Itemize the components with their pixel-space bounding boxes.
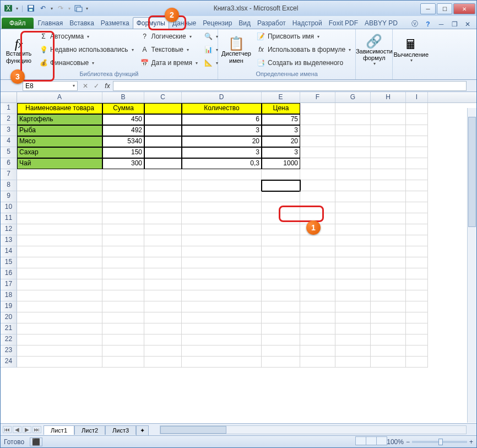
cell[interactable]: Цена <box>262 103 300 114</box>
cell[interactable] <box>144 169 182 180</box>
cell[interactable] <box>335 346 371 357</box>
cell[interactable] <box>371 235 406 246</box>
cell[interactable]: 1000 <box>262 158 300 169</box>
cell[interactable] <box>144 323 182 334</box>
cell[interactable] <box>262 268 300 279</box>
cell[interactable] <box>17 268 102 279</box>
cell[interactable] <box>371 213 406 224</box>
cell[interactable] <box>144 257 182 268</box>
cell[interactable] <box>300 158 335 169</box>
cell[interactable]: 300 <box>102 158 144 169</box>
cell[interactable] <box>406 246 428 257</box>
cell[interactable] <box>300 279 335 290</box>
doc-close-icon[interactable]: ✕ <box>463 20 472 28</box>
cell[interactable] <box>102 357 144 368</box>
cell[interactable] <box>102 169 144 180</box>
cell[interactable] <box>262 279 300 290</box>
cell[interactable] <box>335 279 371 290</box>
cell[interactable]: Сахар <box>17 147 102 158</box>
row-header[interactable]: 7 <box>1 169 17 180</box>
cell[interactable] <box>335 114 371 125</box>
cell[interactable] <box>17 235 102 246</box>
cell[interactable] <box>300 114 335 125</box>
cell[interactable] <box>371 125 406 136</box>
cell[interactable] <box>17 180 102 191</box>
cell[interactable] <box>17 202 102 213</box>
row-header[interactable]: 14 <box>1 246 17 257</box>
cell[interactable] <box>371 357 406 368</box>
cell[interactable] <box>102 323 144 334</box>
cell[interactable]: 75 <box>262 114 300 125</box>
cell[interactable] <box>262 180 300 191</box>
sheet-nav-prev-icon[interactable]: ◀ <box>13 426 21 433</box>
row-header[interactable]: 2 <box>1 114 17 125</box>
cell[interactable] <box>371 147 406 158</box>
recent-button[interactable]: 💡Недавно использовались▾ <box>37 44 136 56</box>
tab-foxit[interactable]: Foxit PDF <box>326 18 361 29</box>
cell[interactable] <box>102 224 144 235</box>
tab-layout[interactable]: Разметка <box>97 18 133 29</box>
cell[interactable] <box>182 169 262 180</box>
redo-icon[interactable]: ↷ <box>56 4 65 13</box>
cell[interactable] <box>102 301 144 312</box>
cell[interactable]: Количество <box>182 103 262 114</box>
row-header[interactable]: 24 <box>1 357 17 368</box>
cell[interactable] <box>371 246 406 257</box>
cell[interactable] <box>102 268 144 279</box>
row-header[interactable]: 4 <box>1 136 17 147</box>
cell[interactable] <box>371 346 406 357</box>
financial-button[interactable]: 💰Финансовые▾ <box>37 57 136 69</box>
cell[interactable] <box>300 147 335 158</box>
cell[interactable] <box>144 235 182 246</box>
zoom-in-button[interactable]: + <box>469 438 473 446</box>
cell[interactable] <box>17 301 102 312</box>
undo-dropdown-icon[interactable]: ▾ <box>51 6 53 11</box>
cell[interactable] <box>300 136 335 147</box>
use-in-formula-button[interactable]: fxИспользовать в формуле▾ <box>254 44 353 56</box>
cell[interactable] <box>406 125 428 136</box>
row-header[interactable]: 11 <box>1 213 17 224</box>
name-box-dropdown-icon[interactable]: ▾ <box>73 83 75 88</box>
col-header-F[interactable]: F <box>300 92 335 102</box>
cell[interactable] <box>371 290 406 301</box>
cell[interactable] <box>300 103 335 114</box>
cell[interactable] <box>102 257 144 268</box>
cell[interactable] <box>182 213 262 224</box>
row-header[interactable]: 21 <box>1 323 17 334</box>
row-header[interactable]: 1 <box>1 103 17 114</box>
cell[interactable] <box>102 312 144 323</box>
cell[interactable] <box>406 103 428 114</box>
cell[interactable] <box>144 213 182 224</box>
cell[interactable] <box>371 312 406 323</box>
tab-developer[interactable]: Разработ <box>254 18 289 29</box>
macro-record-icon[interactable]: ⬛ <box>30 438 42 446</box>
cell[interactable] <box>102 235 144 246</box>
sheet-tab-3[interactable]: Лист3 <box>105 425 136 435</box>
cell[interactable] <box>182 246 262 257</box>
cell[interactable] <box>182 357 262 368</box>
cell[interactable] <box>262 224 300 235</box>
zoom-slider[interactable] <box>412 441 467 443</box>
cell[interactable] <box>406 312 428 323</box>
cell[interactable] <box>300 246 335 257</box>
cell[interactable] <box>102 279 144 290</box>
tab-view[interactable]: Вид <box>235 18 254 29</box>
define-name-button[interactable]: 📝Присвоить имя▾ <box>254 30 353 42</box>
col-header-A[interactable]: A <box>17 92 102 102</box>
cell[interactable]: 3 <box>262 147 300 158</box>
cell[interactable] <box>406 158 428 169</box>
row-header[interactable]: 19 <box>1 301 17 312</box>
cell[interactable] <box>406 114 428 125</box>
cell[interactable] <box>371 169 406 180</box>
new-sheet-button[interactable]: ✦ <box>136 425 149 435</box>
cell[interactable] <box>335 136 371 147</box>
cell[interactable]: Сумма <box>102 103 144 114</box>
cell[interactable] <box>300 357 335 368</box>
cell[interactable] <box>300 125 335 136</box>
cell[interactable] <box>335 103 371 114</box>
cell[interactable] <box>300 169 335 180</box>
cell[interactable] <box>262 334 300 346</box>
more-fn-button[interactable]: 📐▾ <box>202 57 215 69</box>
doc-restore-icon[interactable]: ❐ <box>450 20 459 28</box>
cell[interactable] <box>144 224 182 235</box>
